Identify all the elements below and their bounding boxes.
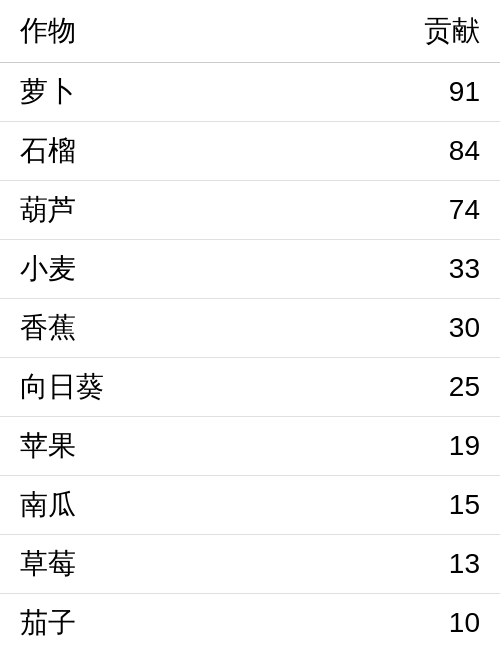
header-crop: 作物 bbox=[0, 0, 282, 63]
cell-crop: 南瓜 bbox=[0, 476, 282, 535]
cell-value: 13 bbox=[282, 535, 500, 594]
crop-table: 作物 贡献 萝卜91石榴84葫芦74小麦33香蕉30向日葵25苹果19南瓜15草… bbox=[0, 0, 500, 652]
cell-crop: 向日葵 bbox=[0, 358, 282, 417]
table-header-row: 作物 贡献 bbox=[0, 0, 500, 63]
cell-crop: 苹果 bbox=[0, 417, 282, 476]
table-row: 香蕉30 bbox=[0, 299, 500, 358]
table-row: 苹果19 bbox=[0, 417, 500, 476]
table-row: 南瓜15 bbox=[0, 476, 500, 535]
cell-value: 10 bbox=[282, 594, 500, 653]
header-contribution: 贡献 bbox=[282, 0, 500, 63]
cell-crop: 石榴 bbox=[0, 122, 282, 181]
cell-crop: 葫芦 bbox=[0, 181, 282, 240]
table-container: 作物 贡献 萝卜91石榴84葫芦74小麦33香蕉30向日葵25苹果19南瓜15草… bbox=[0, 0, 500, 652]
cell-value: 33 bbox=[282, 240, 500, 299]
cell-value: 74 bbox=[282, 181, 500, 240]
table-row: 石榴84 bbox=[0, 122, 500, 181]
cell-crop: 茄子 bbox=[0, 594, 282, 653]
cell-crop: 香蕉 bbox=[0, 299, 282, 358]
table-row: 小麦33 bbox=[0, 240, 500, 299]
cell-crop: 萝卜 bbox=[0, 63, 282, 122]
table-row: 草莓13 bbox=[0, 535, 500, 594]
table-row: 萝卜91 bbox=[0, 63, 500, 122]
cell-value: 30 bbox=[282, 299, 500, 358]
cell-value: 84 bbox=[282, 122, 500, 181]
cell-value: 25 bbox=[282, 358, 500, 417]
cell-crop: 草莓 bbox=[0, 535, 282, 594]
cell-value: 91 bbox=[282, 63, 500, 122]
table-row: 向日葵25 bbox=[0, 358, 500, 417]
cell-crop: 小麦 bbox=[0, 240, 282, 299]
cell-value: 15 bbox=[282, 476, 500, 535]
cell-value: 19 bbox=[282, 417, 500, 476]
table-row: 葫芦74 bbox=[0, 181, 500, 240]
table-row: 茄子10 bbox=[0, 594, 500, 653]
